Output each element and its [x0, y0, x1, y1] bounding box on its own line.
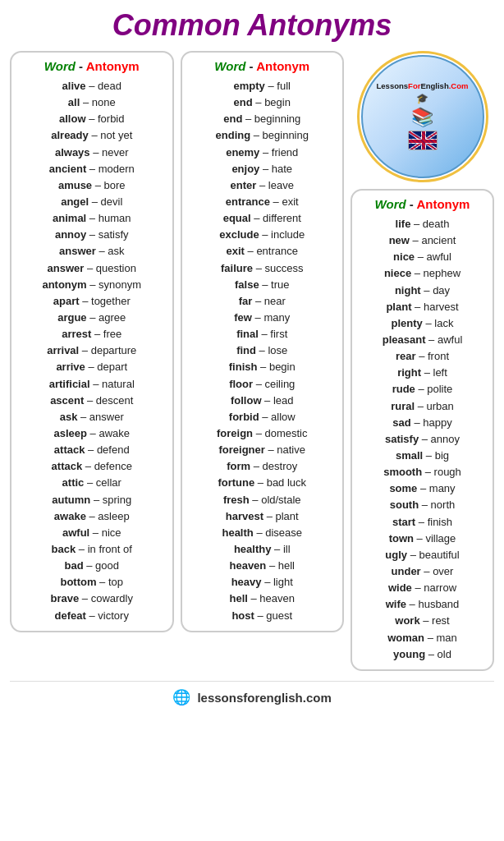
list-item: health – disease	[190, 525, 335, 541]
logo-graduation-icon: 🎓	[416, 93, 428, 104]
word: finish	[229, 361, 258, 373]
list-item: harvest – plant	[190, 508, 335, 525]
word: asleep	[53, 427, 86, 439]
col2-header: Word - Antonym	[190, 59, 335, 73]
word: nice	[393, 250, 415, 263]
list-item: exit – entrance	[190, 243, 335, 260]
list-item: start – finish	[360, 514, 484, 531]
list-item: few – many	[190, 310, 335, 326]
list-item: find – lose	[190, 342, 335, 359]
list-item: apart – together	[20, 293, 164, 310]
list-item: rear – front	[360, 348, 484, 365]
word: small	[396, 449, 423, 462]
list-item: form – destroy	[190, 458, 335, 475]
word: life	[396, 218, 411, 230]
word: heavy	[231, 576, 262, 588]
footer-url: lessonsforenglish.com	[197, 691, 331, 705]
word: attack	[52, 460, 83, 472]
list-item: failure – success	[190, 260, 335, 277]
list-item: empty – full	[190, 78, 335, 94]
word: alive	[62, 80, 86, 92]
word: smooth	[383, 466, 422, 478]
list-item: argue – agree	[20, 310, 164, 326]
www-icon: 🌐	[172, 689, 190, 705]
list-item: woman – man	[360, 630, 484, 646]
list-item: arrival – departure	[20, 342, 164, 359]
list-item: finish – begin	[190, 359, 335, 375]
word: health	[222, 526, 253, 539]
col3-entries: life – deathnew – ancientnice – awfulnie…	[360, 216, 484, 663]
col2-entries: empty – fullend – beginend – beginningen…	[190, 78, 335, 624]
col2-dash: -	[250, 59, 257, 73]
list-item: heavy – light	[190, 574, 335, 591]
list-item: answer – ask	[20, 243, 164, 260]
col3-word-label: Word	[375, 197, 406, 211]
list-item: annoy – satisfy	[20, 227, 164, 243]
word: end	[223, 113, 242, 125]
list-item: satisfy – annoy	[360, 431, 484, 448]
word: forbid	[229, 411, 259, 423]
column-3: Word - Antonym life – deathnew – ancient…	[351, 189, 494, 671]
word: find	[236, 344, 256, 356]
right-col: LessonsForEnglish.Com 🎓 📚	[351, 51, 494, 671]
word: healthy	[234, 543, 272, 555]
word: annoy	[55, 228, 86, 241]
list-item: answer – question	[20, 260, 164, 277]
list-item: young – old	[360, 646, 484, 663]
list-item: wife – husband	[360, 596, 484, 613]
word: fortune	[218, 476, 254, 489]
word: right	[397, 366, 421, 379]
list-item: autumn – spring	[20, 492, 164, 508]
word: follow	[231, 394, 262, 407]
word: empty	[234, 80, 265, 92]
word: few	[234, 311, 252, 324]
list-item: already – not yet	[20, 127, 164, 144]
word: entrance	[226, 195, 270, 208]
list-item: fresh – old/stale	[190, 492, 335, 508]
list-item: heaven – hell	[190, 558, 335, 574]
list-item: enjoy – hate	[190, 161, 335, 177]
list-item: niece – nephew	[360, 265, 484, 282]
word: end	[234, 96, 253, 108]
word: hell	[229, 592, 247, 604]
word: answer	[48, 262, 85, 274]
word: harvest	[226, 510, 263, 522]
word: ancient	[49, 163, 87, 175]
list-item: floor – ceiling	[190, 376, 335, 393]
list-item: animal – human	[20, 210, 164, 227]
word: plenty	[392, 317, 423, 329]
word: all	[68, 96, 80, 108]
columns-row: Word - Antonym alive – deadall – noneall…	[10, 51, 494, 671]
word: argue	[57, 311, 86, 324]
word: satisfy	[385, 433, 419, 445]
word: ugly	[385, 549, 407, 561]
word: equal	[223, 212, 251, 224]
word: night	[395, 284, 421, 296]
word: amuse	[58, 179, 92, 191]
word: wife	[386, 598, 406, 610]
word: failure	[221, 262, 253, 274]
word: angel	[61, 195, 89, 208]
list-item: enemy – friend	[190, 145, 335, 161]
list-item: equal – different	[190, 210, 335, 227]
list-item: nice – awful	[360, 249, 484, 265]
list-item: ugly – beautiful	[360, 547, 484, 563]
word: enjoy	[231, 163, 259, 175]
word: some	[389, 482, 417, 494]
word: foreign	[217, 427, 253, 439]
logo-inner: LessonsForEnglish.Com 🎓 📚	[361, 55, 484, 178]
list-item: defeat – victory	[20, 608, 164, 624]
page-title: Common Antonyms	[10, 8, 494, 43]
word: back	[52, 543, 76, 555]
word: attack	[54, 443, 85, 456]
list-item: smooth – rough	[360, 464, 484, 480]
list-item: back – in front of	[20, 541, 164, 558]
list-item: awake – asleep	[20, 508, 164, 525]
word: sad	[392, 416, 410, 429]
word: final	[236, 328, 259, 340]
word: ending	[216, 129, 251, 141]
list-item: bottom – top	[20, 574, 164, 591]
list-item: rude – polite	[360, 381, 484, 398]
word: new	[389, 234, 410, 246]
list-item: enter – leave	[190, 177, 335, 194]
